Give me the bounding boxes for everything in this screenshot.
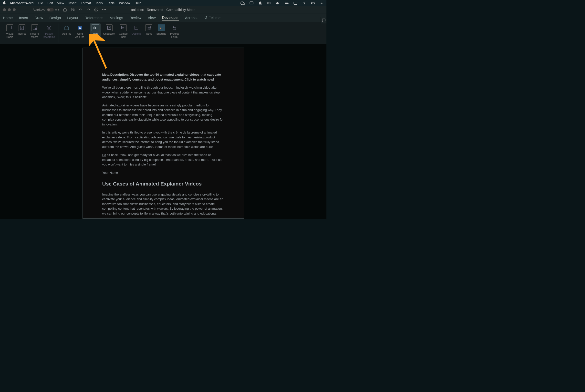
ribbon-shading[interactable]: a Shading: [155, 24, 168, 36]
ribbon-developer: Visual Basic Macros Record Macro Pause R…: [0, 22, 326, 44]
record-macro-icon: [31, 24, 38, 31]
menubar-table[interactable]: Table: [107, 1, 114, 5]
visual-basic-icon: [6, 24, 13, 31]
tab-review[interactable]: Review: [130, 15, 141, 21]
tab-insert[interactable]: Insert: [19, 15, 28, 21]
window-zoom[interactable]: [13, 8, 16, 11]
svg-point-10: [35, 28, 36, 30]
bed-icon[interactable]: [284, 1, 289, 5]
shading-icon: a: [158, 24, 165, 31]
svg-rect-4: [314, 3, 315, 4]
cloud-status-icon[interactable]: [240, 1, 245, 5]
document-page[interactable]: Meta Description: Discover the top 50 an…: [82, 48, 244, 219]
paragraph-6: Imagine the endless ways you can use eng…: [102, 192, 224, 216]
svg-text:W: W: [78, 26, 81, 29]
frame-icon: [145, 24, 152, 31]
apple-icon[interactable]: [2, 1, 6, 5]
ribbon-record-macro[interactable]: Record Macro: [29, 24, 40, 40]
ribbon-macros[interactable]: Macros: [16, 24, 28, 36]
language-icon[interactable]: [293, 1, 298, 5]
menubar-view[interactable]: View: [57, 1, 64, 5]
addins-icon: [63, 24, 70, 31]
svg-point-11: [47, 26, 51, 30]
tell-me[interactable]: Tell me: [204, 16, 221, 20]
svg-rect-7: [8, 26, 12, 29]
window-titlebar: AutoSave OFF ••• ani.docx - Recovered - …: [0, 6, 326, 14]
dropbox-icon[interactable]: [267, 1, 271, 5]
comment-icon: [322, 18, 326, 22]
text-box-icon: ab|: [92, 24, 99, 31]
tab-draw[interactable]: Draw: [35, 15, 43, 21]
section-heading: Use Cases of Animated Explainer Videos: [102, 180, 224, 188]
svg-rect-13: [66, 26, 68, 27]
ribbon-frame[interactable]: Frame: [143, 24, 154, 36]
svg-rect-2: [294, 2, 297, 4]
undo-icon[interactable]: [78, 8, 83, 12]
save-icon[interactable]: [71, 8, 75, 12]
ribbon-pause-recording[interactable]: Pause Recording: [42, 24, 57, 40]
menubar-format[interactable]: Format: [81, 1, 91, 5]
menubar-app-name[interactable]: Microsoft Word: [10, 1, 34, 5]
document-area[interactable]: Meta Description: Discover the top 50 an…: [0, 44, 326, 219]
svg-rect-18: [134, 26, 138, 29]
tab-design[interactable]: Design: [50, 15, 61, 21]
ribbon-checkbox[interactable]: Checkbox: [102, 24, 116, 36]
redo-icon[interactable]: [86, 8, 91, 12]
screen-share-icon[interactable]: [249, 1, 254, 5]
pause-recording-icon: [46, 24, 52, 31]
combo-box-icon: [120, 24, 127, 31]
paragraph-2: Animated explainer videos have become an…: [102, 103, 224, 127]
ribbon-text-box[interactable]: ab| Text Box: [90, 24, 100, 40]
svg-rect-5: [311, 3, 312, 4]
svg-rect-12: [65, 27, 68, 30]
ribbon-tabs: Home Insert Draw Design Layout Reference…: [0, 14, 326, 22]
bluetooth-icon[interactable]: [302, 1, 306, 5]
tab-view[interactable]: View: [148, 15, 156, 21]
home-icon[interactable]: [63, 8, 68, 12]
menubar-window[interactable]: Window: [119, 1, 130, 5]
menubar-insert[interactable]: Insert: [68, 1, 76, 5]
print-icon[interactable]: [94, 8, 99, 12]
tab-home[interactable]: Home: [3, 15, 13, 21]
lock-icon: [171, 24, 178, 31]
menubar-help[interactable]: Help: [135, 1, 141, 5]
tab-layout[interactable]: Layout: [67, 15, 78, 21]
more-icon[interactable]: •••: [102, 8, 106, 12]
battery-icon[interactable]: [311, 1, 315, 5]
word-addins-icon: W: [76, 24, 83, 31]
window-title: ani.docx - Recovered - Compatibility Mod…: [131, 8, 196, 12]
svg-rect-19: [147, 26, 150, 30]
wifi-icon[interactable]: [320, 1, 324, 5]
tab-developer[interactable]: Developer: [162, 14, 178, 21]
macos-menubar: Microsoft Word File Edit View Insert For…: [0, 0, 326, 6]
meta-description: Meta Description: Discover the top 50 an…: [102, 72, 224, 82]
ribbon-combo-box[interactable]: Combo Box: [118, 24, 129, 40]
ribbon-protect-form[interactable]: Protect Form: [169, 24, 180, 40]
menubar-file[interactable]: File: [38, 1, 43, 5]
autosave-label: AutoSave: [33, 8, 46, 12]
paragraph-4: So sit back, relax, and get ready for a …: [102, 152, 224, 167]
paragraph-intro: We've all been there – scrolling through…: [102, 85, 224, 100]
volume-icon[interactable]: [276, 1, 280, 5]
svg-rect-0: [250, 2, 253, 4]
menubar-tools[interactable]: Tools: [95, 1, 102, 5]
autosave-state: OFF: [55, 8, 60, 11]
ribbon-visual-basic[interactable]: Visual Basic: [4, 24, 15, 40]
svg-rect-16: [108, 26, 110, 29]
lightbulb-icon: [204, 16, 208, 19]
tab-mailings[interactable]: Mailings: [110, 15, 123, 21]
window-minimize[interactable]: [8, 8, 11, 11]
autosave-toggle[interactable]: [47, 8, 54, 12]
window-close[interactable]: [3, 8, 6, 11]
ribbon-word-addins[interactable]: W Word Add-ins: [74, 24, 86, 40]
checkbox-icon: [106, 24, 112, 31]
menubar-edit[interactable]: Edit: [47, 1, 53, 5]
options-icon: [133, 24, 140, 31]
notification-icon[interactable]: [258, 1, 262, 5]
ribbon-options[interactable]: Options: [130, 24, 142, 36]
ribbon-addins[interactable]: Add-ins: [61, 24, 73, 36]
tab-acrobat[interactable]: Acrobat: [185, 15, 198, 21]
svg-rect-20: [173, 28, 176, 30]
comments-pane-button[interactable]: [320, 17, 326, 24]
tab-references[interactable]: References: [84, 15, 103, 21]
